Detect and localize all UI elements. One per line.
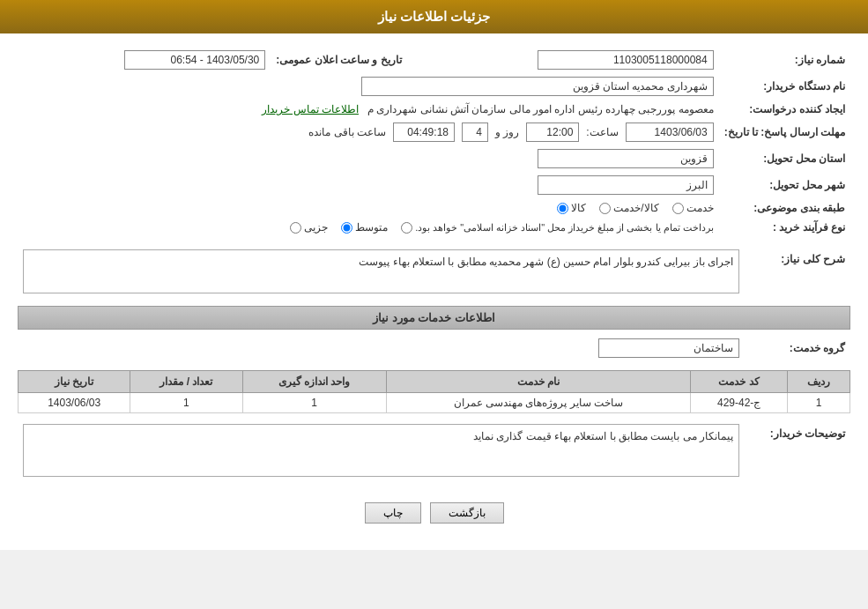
category-option-service-label: خدمت	[686, 202, 714, 214]
announcement-field: 1403/05/30 - 06:54	[124, 50, 265, 70]
cell-date-0: 1403/06/03	[19, 393, 130, 413]
request-number-label: شماره نیاز:	[719, 47, 850, 73]
cell-row-0: 1	[787, 393, 849, 413]
buyer-desc-value: پیمانکار می بایست مطابق با استعلام بهاء …	[18, 420, 745, 480]
request-number-value: 1103005118000084	[407, 47, 719, 73]
table-row: 1 ج-42-429 ساخت سایر پروژه‌های مهندسی عم…	[19, 393, 850, 413]
back-button[interactable]: بازگشت	[430, 502, 504, 524]
purchase-type-partial-label: برداخت تمام یا بخشی از مبلغ خریداز محل "…	[415, 222, 714, 234]
purchase-type-minor-label: جزیی	[304, 221, 328, 234]
main-info-table: شماره نیاز: 1103005118000084 تاریخ و ساع…	[18, 47, 850, 237]
deadline-days-field: 4	[462, 123, 488, 142]
purchase-type-radio-medium[interactable]	[341, 222, 352, 234]
description-field: اجرای باز بیرایی کندرو بلوار امام حسین (…	[23, 249, 739, 293]
purchase-type-medium-label: متوسط	[355, 221, 388, 234]
purchase-type-partial: برداخت تمام یا بخشی از مبلغ خریداز محل "…	[401, 222, 714, 234]
deadline-days-label: روز و	[495, 126, 519, 138]
deadline-date-field: 1403/06/03	[626, 123, 714, 142]
buyer-name-label: نام دستگاه خریدار:	[719, 73, 850, 100]
service-group-label: گروه خدمت:	[745, 335, 850, 361]
category-option-goods-label: کالا/خدمت	[613, 202, 658, 214]
purchase-type-radio-minor[interactable]	[290, 222, 301, 234]
category-option-goods-only-label: کالا	[571, 202, 586, 214]
creator-contact-link[interactable]: اطلاعات تماس خریدار	[262, 103, 359, 115]
deadline-remaining-label: ساعت باقی مانده	[308, 126, 386, 138]
print-button[interactable]: چاپ	[365, 502, 421, 524]
category-option-goods-only: کالا	[557, 202, 586, 214]
cell-code-0: ج-42-429	[691, 393, 788, 413]
col-header-date: تاریخ نیاز	[19, 371, 130, 393]
button-row: بازگشت چاپ	[18, 489, 850, 537]
page-header: جزئیات اطلاعات نیاز	[0, 0, 868, 33]
city-label: شهر محل تحویل:	[719, 172, 850, 198]
buyer-desc-label: توضیحات خریدار:	[745, 420, 850, 480]
purchase-type-minor: جزیی	[290, 221, 328, 234]
creator-label: ایجاد کننده درخواست:	[719, 100, 850, 119]
purchase-type-radio-partial[interactable]	[401, 222, 412, 234]
announcement-value: 1403/05/30 - 06:54	[18, 47, 271, 73]
province-field: قزوین	[538, 149, 714, 168]
cell-qty-0: 1	[130, 393, 242, 413]
buyer-name-field: شهرداری محمدیه استان قزوین	[361, 77, 714, 96]
service-group-value: ساختمان	[18, 335, 745, 361]
col-header-unit: واحد اندازه گیری	[242, 371, 386, 393]
col-header-code: کد خدمت	[691, 371, 788, 393]
category-options: خدمت کالا/خدمت کالا	[18, 198, 719, 218]
deadline-time-label: ساعت:	[586, 126, 618, 138]
city-field: البرز	[538, 175, 714, 195]
services-table: ردیف کد خدمت نام خدمت واحد اندازه گیری ت…	[18, 370, 850, 413]
description-table: شرح کلی نیاز: اجرای باز بیرایی کندرو بلو…	[18, 246, 850, 297]
cell-name-0: ساخت سایر پروژه‌های مهندسی عمران	[386, 393, 691, 413]
page-title: جزئیات اطلاعات نیاز	[378, 9, 490, 24]
services-section-title: اطلاعات خدمات مورد نیاز	[18, 306, 850, 330]
category-option-goods: کالا/خدمت	[599, 202, 658, 214]
purchase-type-medium: متوسط	[341, 221, 388, 234]
col-header-name: نام خدمت	[386, 371, 691, 393]
creator-value: معصومه پوررجبی چهارده رئیس اداره امور ما…	[367, 103, 714, 115]
service-group-table: گروه خدمت: ساختمان	[18, 335, 850, 361]
category-radio-goods-service[interactable]	[599, 203, 611, 214]
deadline-remaining-field: 04:49:18	[393, 123, 455, 142]
request-number-field: 1103005118000084	[538, 50, 714, 70]
category-option-service: خدمت	[672, 202, 714, 214]
description-label: شرح کلی نیاز:	[745, 246, 850, 297]
cell-unit-0: 1	[242, 393, 386, 413]
deadline-row: 1403/06/03 ساعت: 12:00 روز و 4 04:49:18 …	[18, 119, 719, 145]
col-header-row: ردیف	[787, 371, 849, 393]
category-label: طبقه بندی موضوعی:	[719, 198, 850, 218]
buyer-name-value: شهرداری محمدیه استان قزوین	[18, 73, 719, 100]
description-value: اجرای باز بیرایی کندرو بلوار امام حسین (…	[18, 246, 745, 297]
deadline-label: مهلت ارسال پاسخ: تا تاریخ:	[719, 119, 850, 145]
purchase-type-options: برداخت تمام یا بخشی از مبلغ خریداز محل "…	[18, 218, 719, 237]
service-group-field: ساختمان	[598, 338, 739, 358]
city-value: البرز	[18, 172, 719, 198]
announcement-label: تاریخ و ساعت اعلان عمومی:	[271, 47, 406, 73]
purchase-type-label: نوع فرآیند خرید :	[719, 218, 850, 237]
province-label: استان محل تحویل:	[719, 145, 850, 172]
province-value: قزوین	[18, 145, 719, 172]
category-radio-goods-only[interactable]	[557, 203, 568, 214]
creator-info: معصومه پوررجبی چهارده رئیس اداره امور ما…	[18, 100, 719, 119]
buyer-desc-field: پیمانکار می بایست مطابق با استعلام بهاء …	[23, 424, 739, 477]
deadline-time-field: 12:00	[526, 123, 579, 142]
buyer-desc-table: توضیحات خریدار: پیمانکار می بایست مطابق …	[18, 420, 850, 480]
col-header-qty: تعداد / مقدار	[130, 371, 242, 393]
category-radio-service[interactable]	[672, 203, 684, 214]
